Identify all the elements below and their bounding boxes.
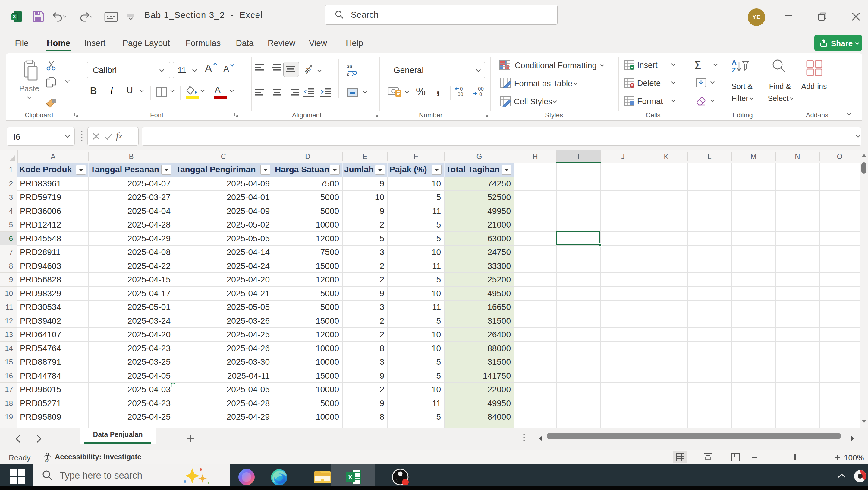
svg-text:A: A [732, 59, 737, 66]
svg-text:c: c [347, 72, 349, 76]
svg-text:0: 0 [479, 91, 482, 97]
svg-text:0: 0 [460, 86, 463, 92]
svg-text:X: X [13, 14, 16, 20]
svg-text:Z: Z [732, 66, 736, 74]
svg-text:fx: fx [45, 458, 48, 462]
svg-text:ab: ab [347, 64, 352, 69]
svg-text:00: 00 [458, 91, 463, 97]
svg-text:00: 00 [478, 86, 484, 92]
svg-text:X: X [348, 473, 352, 481]
